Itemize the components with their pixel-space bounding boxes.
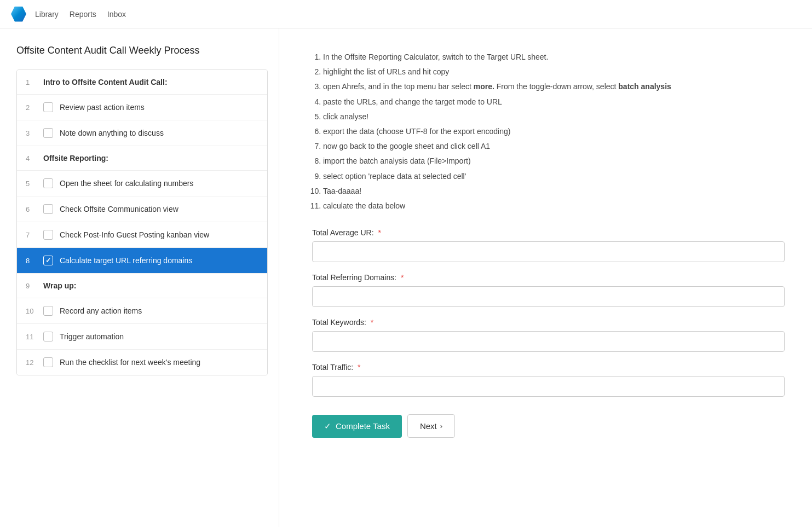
form-field-total-traffic: Total Traffic: * [312,363,785,397]
item-number-10: 10 [26,307,39,315]
checklist-item-7[interactable]: 7 Check Post-Info Guest Posting kanban v… [17,222,267,248]
item-checkbox-2[interactable] [43,102,53,112]
chevron-right-icon: › [440,422,442,430]
item-label-9: Wrap up: [43,281,76,290]
checklist-item-12[interactable]: 12 Run the checklist for next week's mee… [17,350,267,375]
navigation: Library Reports Inbox [0,0,812,28]
item-checkbox-7[interactable] [43,230,53,240]
item-label-7: Check Post-Info Guest Posting kanban vie… [60,230,209,239]
item-checkbox-3[interactable] [43,128,53,138]
required-marker-4: * [358,363,360,372]
instruction-step-2: highlight the list of URLs and hit copy [323,65,785,79]
item-number-12: 12 [26,358,39,367]
required-marker-2: * [401,273,404,282]
item-number-4: 4 [26,154,39,163]
instruction-step-4: paste the URLs, and change the target mo… [323,95,785,109]
item-number-8: 8 [26,257,39,265]
checklist-item-6[interactable]: 6 Check Offsite Communication view [17,196,267,222]
label-total-average-ur: Total Average UR: * [312,228,785,237]
form-field-total-keywords: Total Keywords: * [312,318,785,352]
checklist-item-10[interactable]: 10 Record any action items [17,298,267,324]
checklist-item-1: 1 Intro to Offsite Content Audit Call: [17,70,267,95]
nav-link-reports[interactable]: Reports [70,10,96,19]
item-label-1: Intro to Offsite Content Audit Call: [43,78,168,86]
form-field-total-referring-domains: Total Referring Domains: * [312,273,785,307]
nav-link-inbox[interactable]: Inbox [107,10,126,19]
input-total-keywords[interactable] [312,331,785,352]
item-label-6: Check Offsite Communication view [60,205,178,213]
instruction-step-6: export the data (choose UTF-8 for the ex… [323,125,785,138]
item-number-6: 6 [26,205,39,213]
item-label-12: Run the checklist for next week's meetin… [60,358,200,367]
item-label-10: Record any action items [60,306,142,315]
instruction-step-3: open Ahrefs, and in the top menu bar sel… [323,80,785,94]
item-number-11: 11 [26,333,39,341]
form-field-total-average-ur: Total Average UR: * [312,228,785,262]
item-checkbox-6[interactable] [43,204,53,214]
checklist-item-3[interactable]: 3 Note down anything to discuss [17,120,267,146]
complete-task-button[interactable]: ✓ Complete Task [312,415,402,438]
item-label-8: Calculate target URL referring domains [60,256,192,265]
item-number-7: 7 [26,231,39,239]
label-total-keywords: Total Keywords: * [312,318,785,327]
input-total-average-ur[interactable] [312,241,785,262]
required-marker-3: * [371,318,373,327]
item-label-2: Review past action items [60,103,145,112]
main-layout: Offsite Content Audit Call Weekly Proces… [0,28,812,527]
item-label-5: Open the sheet for calculating numbers [60,179,193,188]
complete-task-label: Complete Task [336,421,390,431]
instruction-list: In the Offsite Reporting Calculator, swi… [312,50,785,213]
right-panel: In the Offsite Reporting Calculator, swi… [279,28,812,527]
item-checkbox-10[interactable] [43,306,53,316]
nav-link-library[interactable]: Library [35,10,59,19]
checklist-item-9: 9 Wrap up: [17,274,267,298]
left-panel: Offsite Content Audit Call Weekly Proces… [0,28,279,527]
instruction-step-9: select option 'replace data at selected … [323,170,785,183]
instructions: In the Offsite Reporting Calculator, swi… [312,50,785,213]
instruction-step-11: calculate the data below [323,199,785,213]
item-checkbox-8[interactable] [43,256,53,265]
checklist-item-4: 4 Offsite Reporting: [17,146,267,171]
app-logo [11,7,26,22]
item-label-3: Note down anything to discuss [60,129,164,137]
item-checkbox-12[interactable] [43,357,53,367]
instruction-step-10: Taa-daaaa! [323,184,785,198]
item-number-3: 3 [26,129,39,137]
input-total-traffic[interactable] [312,376,785,397]
item-checkbox-5[interactable] [43,178,53,188]
nav-links: Library Reports Inbox [35,10,126,19]
action-buttons: ✓ Complete Task Next › [312,414,785,438]
item-label-11: Trigger automation [60,332,124,341]
item-label-4: Offsite Reporting: [43,154,108,163]
input-total-referring-domains[interactable] [312,286,785,307]
checklist-item-5[interactable]: 5 Open the sheet for calculating numbers [17,171,267,196]
checklist: 1 Intro to Offsite Content Audit Call: 2… [16,70,268,375]
instruction-step-7: now go back to the google sheet and clic… [323,140,785,153]
page-title: Offsite Content Audit Call Weekly Proces… [16,45,268,56]
label-total-referring-domains: Total Referring Domains: * [312,273,785,282]
checklist-item-8[interactable]: 8 Calculate target URL referring domains [17,248,267,274]
instruction-step-1: In the Offsite Reporting Calculator, swi… [323,50,785,64]
item-number-2: 2 [26,103,39,112]
item-number-5: 5 [26,179,39,188]
item-checkbox-11[interactable] [43,332,53,341]
label-total-traffic: Total Traffic: * [312,363,785,372]
next-button[interactable]: Next › [407,414,455,438]
item-number-9: 9 [26,282,39,290]
checkmark-icon: ✓ [324,421,331,431]
next-label: Next [420,421,437,431]
instruction-step-8: import the batch analysis data (File>Imp… [323,154,785,168]
instruction-step-5: click analyse! [323,110,785,124]
checklist-item-11[interactable]: 11 Trigger automation [17,324,267,350]
item-number-1: 1 [26,78,39,86]
checklist-item-2[interactable]: 2 Review past action items [17,95,267,120]
required-marker-1: * [378,228,381,237]
